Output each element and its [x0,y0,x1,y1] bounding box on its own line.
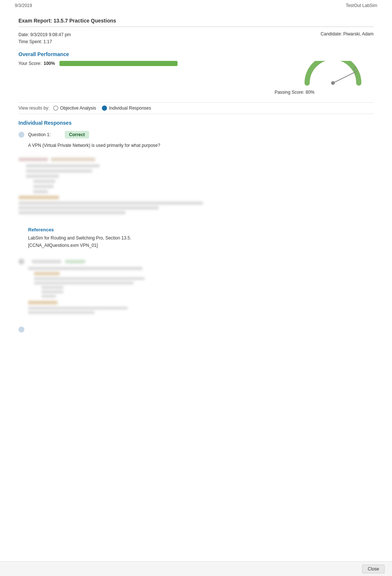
score-label: Your Score: [18,61,41,66]
references-line2: [CCNA_AllQuestions.exm VPN_01] [28,242,374,249]
meta-right: Candidate: Piwarski, Adam [321,31,374,45]
passing-score-section: Passing Score: 80% [18,90,374,95]
score-value: 100% [44,61,55,66]
radio-label-objective: Objective Analysis [60,106,96,111]
footer-bar: Close [0,561,392,576]
svg-line-1 [333,71,357,83]
exam-time-spent: Time Spent: 1:17 [18,38,71,45]
svg-point-2 [331,81,335,85]
blurred-question-2 [18,255,374,319]
passing-score-label: Passing Score: [275,90,305,95]
view-results-row: View results by: Objective Analysis Indi… [18,102,374,114]
exam-date: Date: 9/3/2019 9:08:47 pm [18,31,71,38]
performance-section: Overall Performance Your Score: 100% [18,51,374,95]
radio-objective[interactable]: Objective Analysis [53,106,96,111]
question-1-text: A VPN (Virtual Private Network) is used … [28,143,374,148]
passing-score-value: 80% [306,90,314,95]
radio-circle-individual [102,106,107,111]
bottom-dots [18,327,374,332]
references-title: References [28,227,374,232]
radio-individual[interactable]: Individual Responses [102,106,151,111]
question-1-row: Question 1: Correct [18,130,374,140]
score-right [292,61,374,87]
performance-title: Overall Performance [18,51,374,57]
exam-title: Exam Report: 13.5.7 Practice Questions [18,15,374,27]
top-app: TestOut LabSim [346,3,377,8]
individual-responses-section: Individual Responses Question 1: Correct… [18,120,374,332]
main-container: Exam Report: 13.5.7 Practice Questions D… [0,11,392,347]
candidate-label: Candidate: Piwarski, Adam [321,31,374,37]
score-left: Your Score: 100% [18,61,292,68]
score-bar-container [59,61,178,66]
score-bar-fill [59,61,178,66]
individual-responses-title: Individual Responses [18,120,374,126]
gauge-chart [300,61,366,87]
references-section: References LabSim for Routing and Switch… [28,227,374,249]
meta-row: Date: 9/3/2019 9:08:47 pm Time Spent: 1:… [18,31,374,45]
blurred-choices [18,154,374,221]
references-line1: LabSim for Routing and Switching Pro, Se… [28,235,374,242]
question-1-dot [18,132,24,138]
radio-label-individual: Individual Responses [109,106,151,111]
meta-left: Date: 9/3/2019 9:08:47 pm Time Spent: 1:… [18,31,71,45]
close-button[interactable]: Close [362,565,385,573]
question-1-label: Question 1: [28,132,58,137]
next-question-dot [18,327,24,332]
score-and-gauge: Your Score: 100% [18,61,374,87]
score-row: Your Score: 100% [18,61,292,66]
top-date: 9/3/2019 [15,3,32,8]
top-bar: 9/3/2019 TestOut LabSim [0,0,392,11]
view-results-label: View results by: [18,106,49,111]
question-1-status: Correct [65,131,89,138]
radio-circle-objective [53,106,58,111]
